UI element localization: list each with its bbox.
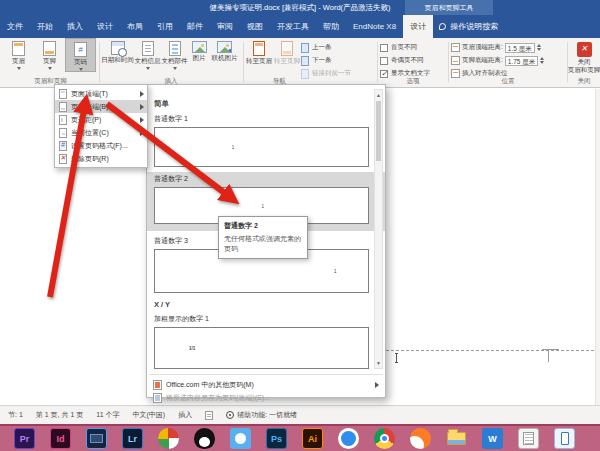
tab-file[interactable]: 文件 (0, 15, 30, 38)
footer-position-icon (451, 56, 460, 65)
goto-footer-icon (281, 41, 293, 56)
pictures-button[interactable]: 图片 (188, 38, 210, 63)
status-section[interactable]: 节: 1 (8, 410, 23, 420)
tab-mailings[interactable]: 邮件 (180, 15, 210, 38)
tab-home[interactable]: 开始 (30, 15, 60, 38)
submenu-arrow-icon (140, 117, 144, 123)
gallery-preview-box: 1 (154, 127, 369, 167)
online-pictures-button[interactable]: 联机图片 (210, 38, 239, 63)
dropdown-caret-icon (146, 67, 150, 70)
checkbox-unchecked-icon (380, 57, 388, 65)
tab-hf-design-active[interactable]: 设计 (403, 15, 433, 38)
taskbar-icon-wps[interactable]: W (482, 428, 503, 449)
taskbar-icon-indesign[interactable]: Id (50, 428, 71, 449)
taskbar-icon-illustrator[interactable]: Ai (302, 428, 323, 449)
tab-review[interactable]: 审阅 (210, 15, 240, 38)
submenu-arrow-icon (375, 382, 379, 388)
footer-distance-input[interactable]: 1.75 厘米 (505, 56, 538, 66)
status-word-count[interactable]: 11 个字 (96, 410, 119, 420)
taskbar-icon-file-explorer[interactable] (446, 428, 467, 449)
document-scroll-strip[interactable] (595, 89, 600, 405)
menu-item-page-bottom[interactable]: 页面底端(B) (55, 100, 147, 113)
group-label: 关闭 (569, 77, 599, 86)
gallery-section-xy: X / Y (147, 298, 385, 312)
taskbar-icon-phone[interactable] (554, 428, 575, 449)
gallery-item-plain-number-1[interactable]: 普通数字 1 1 (147, 112, 385, 167)
more-page-numbers-from-office[interactable]: Office.com 中的其他页码(M) (147, 378, 385, 391)
taskbar-icon-cloud-app[interactable] (230, 428, 251, 449)
submenu-arrow-icon (140, 104, 144, 110)
tab-view[interactable]: 视图 (240, 15, 270, 38)
tab-insert[interactable]: 插入 (60, 15, 90, 38)
gallery-preview-box: 1/1 (154, 327, 369, 369)
online-picture-icon (217, 41, 232, 53)
tab-endnote[interactable]: EndNote X8 (346, 15, 403, 38)
group-separator (99, 42, 100, 82)
gallery-scrollbar[interactable]: ▲ ▼ (374, 89, 383, 369)
scrollbar-thumb[interactable] (376, 101, 381, 161)
taskbar-icon-chrome[interactable] (374, 428, 395, 449)
menu-item-page-margins[interactable]: 页边距(P) (55, 113, 147, 126)
close-header-footer-button[interactable]: 关闭 页眉和页脚 (569, 38, 599, 74)
header-distance-input[interactable]: 1.5 厘米 (505, 43, 535, 53)
cloud-icon (235, 433, 246, 444)
menu-item-format-page-numbers[interactable]: 设置页码格式(F)... (55, 139, 147, 152)
tab-help[interactable]: 帮助 (316, 15, 346, 38)
previous-button[interactable]: 上一条 (301, 41, 351, 54)
status-bar: 节: 1 第 1 页, 共 1 页 11 个字 中文(中国) 插入 辅助功能: … (0, 405, 600, 424)
group-separator (567, 42, 568, 82)
scroll-down-icon[interactable]: ▼ (375, 358, 382, 368)
tab-references[interactable]: 引用 (150, 15, 180, 38)
taskbar: Pr Id Lr Ps Ai W (0, 424, 600, 451)
contextual-tool-header: 页眉和页脚工具 (405, 0, 493, 15)
taskbar-icon-notepad[interactable] (518, 428, 539, 449)
tab-layout[interactable]: 布局 (120, 15, 150, 38)
dropdown-caret-icon (173, 67, 177, 70)
gallery-tooltip: 普通数字 2 无任何格式或强调元素的页码 (218, 216, 308, 259)
taskbar-icon-qq[interactable] (194, 428, 215, 449)
picture-icon (192, 41, 207, 53)
taskbar-icon-pinwheel[interactable] (158, 428, 179, 449)
document-info-button[interactable]: 文档信息 (134, 38, 161, 70)
macro-record-icon[interactable] (205, 411, 213, 420)
tab-developer[interactable]: 开发工具 (270, 15, 316, 38)
scroll-up-icon[interactable]: ▲ (375, 90, 382, 100)
header-button[interactable]: 页眉 (3, 38, 34, 70)
taskbar-icon-sogou-browser[interactable] (410, 428, 431, 449)
tab-design[interactable]: 设计 (90, 15, 120, 38)
menu-item-remove-page-numbers[interactable]: 删除页码(R) (55, 152, 147, 165)
gallery-item-bold-number-1[interactable]: 加粗显示的数字 1 1/1 (147, 312, 385, 369)
status-page[interactable]: 第 1 页, 共 1 页 (36, 410, 83, 420)
tell-me-search[interactable]: 操作说明搜索 (433, 15, 504, 38)
different-first-page-checkbox[interactable]: 首页不同 (380, 41, 446, 54)
group-navigation: 转至页眉 转至页脚 上一条 下一条 (245, 38, 375, 87)
footer-distance-spinner[interactable] (540, 57, 544, 64)
group-separator (377, 42, 378, 82)
date-time-button[interactable]: 日期和时间 (101, 38, 134, 65)
goto-header-button[interactable]: 转至页眉 (245, 38, 273, 66)
chrome-center-icon (380, 434, 389, 443)
header-distance-spinner[interactable] (537, 44, 541, 51)
group-separator (448, 42, 449, 82)
quick-parts-button[interactable]: 文档部件 (161, 38, 188, 70)
different-odd-even-checkbox[interactable]: 奇偶页不同 (380, 54, 446, 67)
format-page-number-icon (59, 141, 67, 151)
menu-item-page-top[interactable]: 页面顶端(T) (55, 87, 147, 100)
status-insert-mode[interactable]: 插入 (178, 410, 192, 420)
footer-button[interactable]: 页脚 (34, 38, 65, 70)
taskbar-icon-lightroom[interactable]: Lr (122, 428, 143, 449)
submenu-arrow-icon (140, 91, 144, 97)
taskbar-icon-video-player[interactable] (86, 428, 107, 449)
status-accessibility[interactable]: 辅助功能: 一切就绪 (226, 410, 297, 420)
status-language[interactable]: 中文(中国) (132, 410, 165, 420)
next-button[interactable]: 下一条 (301, 54, 351, 67)
quick-parts-icon (169, 41, 181, 56)
folder-icon (447, 432, 466, 445)
taskbar-icon-premiere[interactable]: Pr (14, 428, 35, 449)
group-label: 位置 (451, 77, 565, 86)
taskbar-icon-photoshop[interactable]: Ps (266, 428, 287, 449)
current-position-icon (59, 128, 67, 138)
taskbar-icon-browser[interactable] (338, 428, 359, 449)
page-number-button[interactable]: 页码 (65, 38, 96, 72)
menu-item-current-position[interactable]: 当前位置(C) (55, 126, 147, 139)
